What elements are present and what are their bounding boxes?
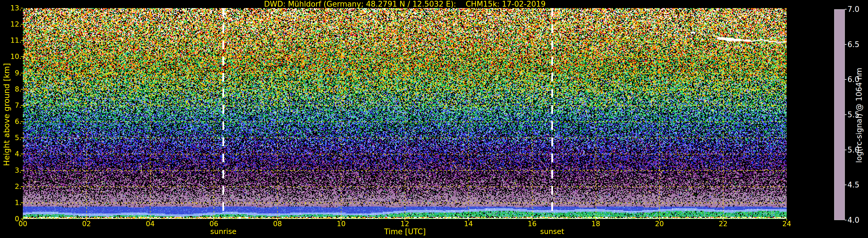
tick-mark: [21, 137, 23, 138]
y-tick-label: 2.: [0, 183, 22, 190]
tick-mark: [277, 219, 278, 221]
tick-mark: [341, 219, 341, 221]
tick-mark: [659, 219, 660, 221]
tick-mark: [21, 154, 23, 154]
tick-mark: [21, 105, 23, 106]
x-tick-label: 08: [267, 220, 287, 228]
tick-mark: [21, 24, 23, 25]
tick-mark: [845, 114, 846, 115]
y-tick-label: 5.: [0, 134, 22, 141]
tick-mark: [21, 202, 23, 203]
x-tick-label: 22: [713, 220, 733, 228]
tick-mark: [21, 186, 23, 187]
y-tick-label: 6.: [0, 118, 22, 125]
y-tick-label: 4.: [0, 150, 22, 158]
tick-mark: [21, 40, 23, 41]
tick-mark: [468, 219, 469, 221]
tick-mark: [21, 121, 23, 122]
tick-mark: [213, 219, 214, 221]
colorbar-tick-label: 7.0: [847, 5, 868, 13]
y-tick-label: 10.: [0, 53, 22, 60]
page-title: DWD: Mühldorf (Germany; 48.2791 N / 12.5…: [23, 0, 787, 8]
y-tick-label: 13.: [0, 5, 22, 11]
colorbar: [834, 9, 845, 220]
colorbar-label: log(rc-signal) @ 1064 nm: [855, 66, 863, 164]
y-tick-label: 7.: [0, 102, 22, 109]
x-tick-label: 14: [459, 220, 479, 228]
tick-mark: [532, 219, 532, 221]
tick-mark: [21, 89, 23, 90]
x-tick-label: 02: [76, 220, 97, 228]
tick-mark: [21, 170, 23, 171]
tick-mark: [845, 220, 846, 220]
tick-mark: [845, 9, 846, 9]
x-tick-label: 24: [777, 220, 797, 228]
tick-mark: [595, 219, 596, 221]
x-tick-label: 04: [140, 220, 160, 228]
x-tick-label: 00: [13, 220, 33, 228]
tick-mark: [21, 8, 23, 8]
ceilometer-quicklook-figure: DWD: Mühldorf (Germany; 48.2791 N / 12.5…: [0, 0, 868, 238]
y-tick-label: 3.: [0, 167, 22, 174]
tick-mark: [723, 219, 723, 221]
colorbar-tick-label: 4.5: [847, 181, 868, 189]
sunset-annotation: sunset: [523, 227, 581, 236]
colorbar-tick-label: 6.5: [847, 41, 868, 48]
tick-mark: [845, 79, 846, 80]
x-tick-label: 06: [204, 220, 224, 228]
tick-mark: [150, 219, 150, 221]
y-tick-label: 12.: [0, 21, 22, 28]
sunrise-annotation: sunrise: [194, 227, 252, 236]
x-axis-label: Time [UTC]: [362, 227, 448, 236]
y-tick-label: 1.: [0, 199, 22, 206]
tick-mark: [86, 219, 87, 221]
y-tick-label: 9.: [0, 70, 22, 76]
tick-mark: [845, 149, 846, 150]
x-tick-label: 20: [649, 220, 670, 228]
tick-mark: [21, 219, 23, 219]
tick-mark: [845, 184, 846, 185]
tick-mark: [845, 44, 846, 45]
y-tick-label: 11.: [0, 37, 22, 44]
x-tick-label: 18: [586, 220, 606, 228]
colorbar-tick-label: 4.0: [847, 216, 868, 224]
heatmap-canvas: [23, 8, 787, 219]
tick-mark: [21, 56, 23, 57]
tick-mark: [786, 219, 787, 221]
tick-mark: [21, 73, 23, 73]
y-tick-label: 8.: [0, 86, 22, 93]
tick-mark: [405, 219, 405, 221]
x-tick-label: 10: [331, 220, 351, 228]
x-tick-label: 12: [395, 220, 415, 228]
x-tick-label: 16: [522, 220, 542, 228]
